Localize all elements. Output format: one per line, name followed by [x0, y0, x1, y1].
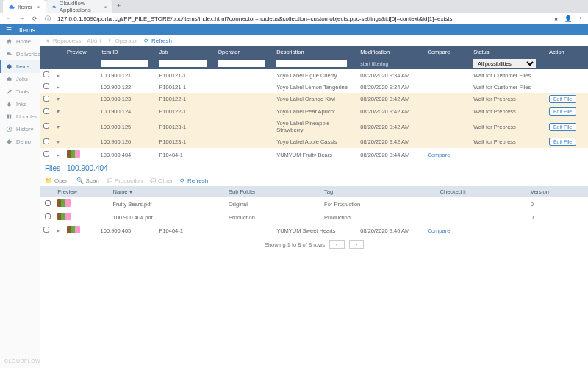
cell-itemid: 100.900.125: [98, 118, 157, 135]
preview-thumbnail[interactable]: [67, 150, 80, 158]
expand-icon[interactable]: ▾: [57, 124, 60, 130]
compare-link[interactable]: Compare: [427, 227, 450, 234]
file-row[interactable]: 100.900.404.pdfProductionProduction0: [40, 210, 588, 224]
expand-icon[interactable]: ▸: [57, 227, 60, 234]
table-row[interactable]: ▸100.900.404P10404-1YUMYUM Fruity Bears0…: [40, 148, 588, 161]
abort-button[interactable]: Abort: [87, 38, 101, 44]
file-thumbnail[interactable]: [57, 213, 71, 220]
expand-icon[interactable]: ▾: [57, 138, 60, 145]
cell-description: Yoyo Label Pear Apricot: [273, 105, 357, 118]
book-icon: [6, 113, 12, 120]
filter-operator[interactable]: [218, 60, 265, 67]
table-row[interactable]: ▾100.900.126P100123-1Yoyo Label Apple Ca…: [40, 135, 588, 148]
edit-file-button[interactable]: Edit File: [549, 95, 576, 103]
back-button[interactable]: ←: [4, 15, 12, 22]
filter-status-select[interactable]: All possibilities: [473, 59, 536, 68]
reprocess-button[interactable]: Reprocess: [45, 38, 81, 44]
sidebar-item-tools[interactable]: Tools: [0, 85, 40, 98]
filter-itemid[interactable]: [101, 60, 148, 67]
row-checkbox[interactable]: [43, 83, 49, 89]
preview-thumbnail[interactable]: [67, 226, 80, 233]
table-row[interactable]: ▸100.900.405P10404-1YUMYUM Sweet Hearts0…: [40, 224, 588, 237]
file-checkbox[interactable]: [45, 213, 51, 219]
table-row[interactable]: ▾100.900.125P100123-1Yoyo Label Pineappl…: [40, 118, 588, 135]
address-bar[interactable]: 127.0.0.1:9090/portal.cgi/PP_FILE_STORE/…: [57, 15, 548, 22]
col-compare[interactable]: Compare: [424, 46, 470, 57]
row-checkbox[interactable]: [43, 96, 49, 102]
production-button[interactable]: 🏷 Production: [107, 177, 143, 184]
row-checkbox[interactable]: [43, 108, 49, 114]
edit-file-button[interactable]: Edit File: [549, 107, 576, 116]
filter-description[interactable]: [276, 60, 346, 67]
close-icon[interactable]: ×: [104, 4, 107, 10]
other-button[interactable]: 🏷 Other: [150, 177, 173, 184]
col-preview[interactable]: Preview: [64, 46, 98, 57]
col-operator[interactable]: Operator: [215, 46, 273, 57]
file-checkbox[interactable]: [45, 200, 51, 206]
filter-job[interactable]: [159, 60, 207, 67]
pager-prev[interactable]: ‹: [329, 240, 345, 249]
browser-tabs: Items × Cloudflow Applications × +: [0, 0, 588, 13]
sidebar-item-history[interactable]: History: [0, 123, 40, 135]
row-checkbox[interactable]: [43, 138, 49, 144]
fcol-name[interactable]: Name ▾: [110, 186, 225, 197]
open-button[interactable]: 📁 Open: [45, 177, 69, 184]
new-tab-button[interactable]: +: [113, 0, 124, 11]
expand-icon[interactable]: ▾: [57, 96, 60, 102]
col-status[interactable]: Status: [470, 46, 546, 57]
info-icon[interactable]: ⓘ: [44, 15, 51, 23]
col-action[interactable]: Action: [546, 46, 588, 57]
sidebar-item-deliveries[interactable]: Deliveries: [0, 48, 40, 60]
file-thumbnail[interactable]: [57, 199, 71, 207]
fcol-version[interactable]: Version: [528, 186, 588, 197]
close-icon[interactable]: ×: [37, 4, 40, 10]
compare-link[interactable]: Compare: [427, 152, 450, 158]
table-row[interactable]: ▾100.900.124P100122-1Yoyo Label Pear Apr…: [40, 105, 588, 118]
star-icon[interactable]: ★: [553, 15, 559, 22]
fcol-preview[interactable]: Preview: [54, 186, 110, 197]
sidebar-item-items[interactable]: Items: [0, 60, 40, 73]
cell-filename: 100.900.404.pdf: [110, 210, 225, 224]
fcol-subfolder[interactable]: Sub Folder: [226, 186, 321, 197]
browser-tab-cloudflow[interactable]: Cloudflow Applications ×: [46, 0, 112, 13]
col-modification[interactable]: Modification: [357, 46, 424, 57]
row-checkbox[interactable]: [43, 71, 49, 77]
sidebar-item-jobs[interactable]: Jobs: [0, 73, 40, 85]
sidebar-item-libraries[interactable]: Libraries: [0, 110, 40, 123]
reload-button[interactable]: ⟳: [31, 15, 38, 22]
hamburger-icon[interactable]: ☰: [6, 26, 12, 34]
table-row[interactable]: ▾100.900.123P100122-1Yoyo Label Orange K…: [40, 93, 588, 105]
edit-file-button[interactable]: Edit File: [549, 138, 576, 146]
col-description[interactable]: Description: [273, 46, 357, 57]
col-job[interactable]: Job: [156, 46, 215, 57]
expand-icon[interactable]: ▾: [57, 108, 60, 115]
menu-icon[interactable]: ⋮: [578, 15, 584, 22]
refresh-button[interactable]: ⟳ Refresh: [144, 38, 172, 44]
expand-icon[interactable]: ▸: [57, 84, 60, 91]
file-row[interactable]: Fruity Bears.pdfOriginalFor Production0: [40, 197, 588, 210]
scan-button[interactable]: 🔍 Scan: [76, 177, 99, 184]
browser-tab-items[interactable]: Items ×: [3, 0, 46, 13]
row-checkbox[interactable]: [43, 227, 49, 233]
col-itemid[interactable]: Item ID: [98, 46, 157, 57]
user-icon[interactable]: 👤: [564, 15, 572, 22]
sidebar-item-home[interactable]: Home: [0, 35, 40, 48]
fcol-tag[interactable]: Tag: [321, 186, 437, 197]
fcol-checkedin[interactable]: Checked in: [437, 186, 528, 197]
table-row[interactable]: ▸100.900.122P100121-1Yoyo Label Lemon Ta…: [40, 81, 588, 93]
row-checkbox[interactable]: [43, 151, 49, 157]
table-row[interactable]: ▸100.900.121P100121-1Yoyo Label Figue Ch…: [40, 69, 588, 81]
row-checkbox[interactable]: [43, 123, 49, 129]
pager-next[interactable]: ›: [349, 240, 365, 249]
cell-version: 0: [528, 210, 588, 224]
forward-button[interactable]: →: [18, 15, 25, 22]
sidebar-item-demo[interactable]: Demo: [0, 135, 40, 148]
files-refresh-button[interactable]: ⟳ Refresh: [180, 177, 208, 184]
operator-button[interactable]: Operator: [107, 38, 138, 44]
cell-version: 0: [528, 197, 588, 210]
expand-icon[interactable]: ▸: [57, 72, 60, 79]
cell-checkedin: [437, 197, 528, 210]
sidebar-item-inks[interactable]: Inks: [0, 98, 40, 110]
expand-icon[interactable]: ▸: [57, 152, 60, 158]
edit-file-button[interactable]: Edit File: [549, 123, 576, 131]
